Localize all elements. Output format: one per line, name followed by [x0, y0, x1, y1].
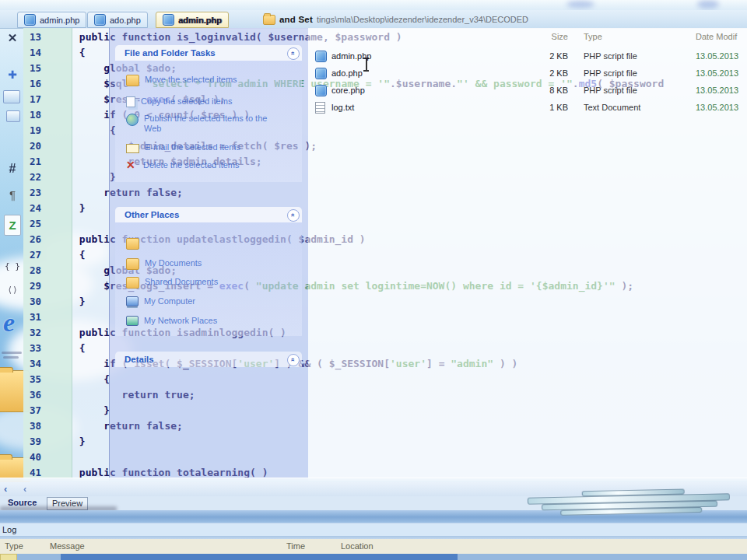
line-number: 18 — [30, 109, 64, 121]
file-type: PHP script file — [584, 65, 637, 81]
address-path-text: tings\mla\Desktop\idezender\idezender_v3… — [317, 15, 528, 24]
other-place-item[interactable]: My Documents — [126, 258, 269, 270]
line-number: 37 — [30, 404, 64, 416]
shared-documents-icon — [126, 277, 139, 289]
task-label: Copy the selected items — [141, 96, 265, 107]
log-row-selection — [61, 554, 458, 560]
other-places-title: Other Places — [124, 210, 179, 219]
line-number: 33 — [30, 342, 64, 354]
copy-items-icon — [126, 96, 135, 107]
column-header-type[interactable]: Type — [584, 32, 602, 41]
pilcrow-icon[interactable]: ¶ — [2, 188, 23, 201]
my-computer-icon — [126, 296, 139, 306]
php-file-icon — [315, 85, 327, 96]
screen: ✕ ✚ # ¶ Z { } ⟨⟩ e and Settings\mla\Desk… — [0, 0, 747, 560]
file-task-item[interactable]: Publish the selected items to the Web — [126, 114, 268, 134]
collapse-chevron-icon[interactable]: » — [287, 354, 300, 366]
braces-icon[interactable]: { } — [2, 261, 23, 271]
brackets-icon[interactable]: ⟨⟩ — [2, 285, 23, 295]
line-number: 22 — [30, 171, 64, 183]
line-number: 19 — [30, 124, 64, 136]
log-column-type[interactable]: Type — [5, 541, 23, 551]
log-column-message[interactable]: Message — [50, 541, 85, 551]
line-number: 14 — [30, 47, 64, 58]
line-number: 39 — [30, 436, 64, 447]
code-line: } — [73, 202, 86, 214]
file-task-item[interactable]: Copy the selected items — [126, 96, 265, 107]
log-first-row[interactable] — [0, 554, 747, 560]
tab-label: admin.php — [178, 16, 222, 25]
line-number: 17 — [30, 93, 64, 105]
log-column-location[interactable]: Location — [341, 541, 374, 551]
file-row-log.txt[interactable]: log.txt1 KBText Document13.05.2013 — [308, 100, 747, 115]
file-tasks-body: Move the selected itemsCopy the selected… — [115, 61, 302, 182]
line-number: 38 — [30, 420, 64, 432]
internet-explorer-icon[interactable]: e — [3, 308, 15, 338]
file-date: 13.05.2013 — [696, 82, 738, 98]
details-title: Details — [124, 355, 154, 364]
file-name: core.php — [331, 82, 365, 98]
place-label: My Network Places — [144, 316, 268, 326]
editor-tab-admin.php[interactable]: admin.php — [156, 12, 229, 28]
folder-icon — [263, 15, 275, 25]
log-panel-titlebar[interactable]: Log — [0, 523, 747, 537]
file-row-core.php[interactable]: core.php8 KBPHP script file13.05.2013 — [308, 82, 747, 98]
line-number: 32 — [30, 327, 64, 338]
line-number: 29 — [30, 280, 64, 292]
column-header-date-modif[interactable]: Date Modif — [696, 32, 737, 41]
line-number: 40 — [30, 451, 64, 463]
my-network-places-icon — [126, 316, 139, 326]
file-task-item[interactable]: Move the selected items — [126, 75, 269, 86]
scroll-left-icon[interactable]: ‹ — [4, 483, 7, 495]
my-computer-desktop-icon[interactable] — [3, 90, 20, 103]
file-type: PHP script file — [584, 48, 637, 64]
file-task-item[interactable]: ✕Delete the selected items — [126, 160, 268, 170]
explorer-file-list[interactable]: SizeTypeDate Modifadmin.php2 KBPHP scrip… — [308, 28, 747, 481]
tab-label: admin.php — [40, 16, 79, 25]
publish-web-icon — [126, 114, 139, 126]
line-number: 16 — [30, 78, 64, 89]
line-number: 21 — [30, 156, 64, 167]
code-line: } — [73, 436, 86, 447]
collapse-chevron-icon[interactable]: » — [287, 209, 300, 222]
details-header[interactable]: Details » — [115, 352, 302, 367]
file-task-item[interactable]: E-mail the selected items — [126, 142, 269, 153]
editor-tab-ado.php[interactable]: ado.php — [87, 12, 148, 28]
file-row-ado.php[interactable]: ado.php2 KBPHP script file13.05.2013 — [308, 65, 747, 81]
line-number: 15 — [30, 62, 64, 74]
file-type: PHP script file — [584, 82, 637, 98]
hash-icon[interactable]: # — [2, 162, 23, 176]
line-number: 34 — [30, 358, 64, 369]
file-size: 2 KB — [520, 48, 568, 64]
zend-file-icon[interactable]: Z — [4, 215, 21, 236]
collapse-chevron-icon[interactable]: » — [287, 47, 300, 60]
folder-icon — [126, 238, 139, 250]
video-artifact — [697, 0, 719, 9]
line-number: 36 — [30, 389, 64, 401]
code-line: { — [73, 342, 86, 354]
window-desktop-icon[interactable] — [6, 110, 20, 122]
code-line: } — [73, 296, 86, 307]
explorer-address-bar[interactable]: and Settings\mla\Desktop\idezender\ideze… — [263, 12, 528, 26]
other-places-body: My DocumentsShared DocumentsMy ComputerM… — [115, 222, 302, 336]
log-column-time[interactable]: Time — [286, 541, 305, 551]
file-tasks-header[interactable]: File and Folder Tasks » — [115, 45, 302, 61]
line-number: 23 — [30, 187, 64, 198]
navigation-arrow-icon[interactable]: ✚ — [2, 68, 23, 81]
column-header-size[interactable]: Size — [531, 32, 568, 41]
editor-tab-admin.php[interactable]: admin.php — [17, 12, 86, 28]
other-place-item[interactable] — [126, 238, 139, 250]
line-number: 26 — [30, 233, 64, 245]
other-place-item[interactable]: My Network Places — [126, 316, 268, 326]
delete-items-icon: ✕ — [126, 160, 138, 170]
close-icon[interactable]: ✕ — [2, 31, 23, 45]
file-date: 13.05.2013 — [696, 100, 738, 115]
scroll-left-icon[interactable]: ‹ — [23, 483, 26, 495]
explorer-overlay-window: File and Folder Tasks » Move the selecte… — [109, 28, 747, 481]
other-place-item[interactable]: Shared Documents — [126, 277, 269, 289]
php-file-icon — [315, 51, 327, 62]
file-row-admin.php[interactable]: admin.php2 KBPHP script file13.05.2013 — [308, 48, 747, 64]
other-places-header[interactable]: Other Places » — [115, 207, 302, 222]
file-date: 13.05.2013 — [696, 48, 738, 64]
other-place-item[interactable]: My Computer — [126, 296, 268, 306]
